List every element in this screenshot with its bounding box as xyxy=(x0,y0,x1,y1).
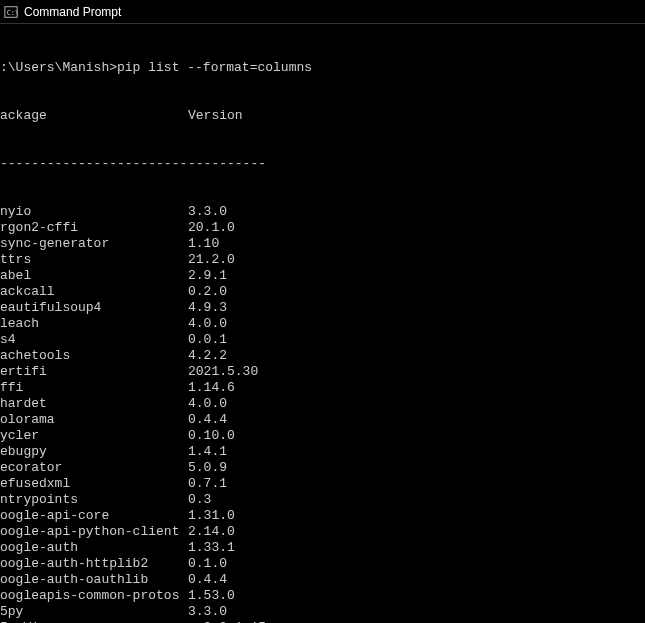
table-header-row: ackageVersion xyxy=(0,108,645,124)
package-version: 1.4.1 xyxy=(188,444,227,460)
package-version: 20.1.0 xyxy=(188,220,235,236)
package-name: ntrypoints xyxy=(0,492,188,508)
window-title: Command Prompt xyxy=(24,5,121,19)
package-name: efusedxml xyxy=(0,476,188,492)
package-name: ackcall xyxy=(0,284,188,300)
package-name: ycler xyxy=(0,428,188,444)
package-list: nyio3.3.0rgon2-cffi20.1.0sync-generator1… xyxy=(0,204,645,623)
package-name: ttrs xyxy=(0,252,188,268)
table-row: ecorator5.0.9 xyxy=(0,460,645,476)
package-name: oogle-auth-httplib2 xyxy=(0,556,188,572)
package-name: ecorator xyxy=(0,460,188,476)
table-row: eautifulsoup44.9.3 xyxy=(0,300,645,316)
package-name: abel xyxy=(0,268,188,284)
package-version: 2021.5.30 xyxy=(188,364,258,380)
command-prompt-line: :\Users\Manish>pip list --format=columns xyxy=(0,60,645,76)
package-name: oogle-api-core xyxy=(0,508,188,524)
table-row: rgon2-cffi20.1.0 xyxy=(0,220,645,236)
table-row: oogleapis-common-protos1.53.0 xyxy=(0,588,645,604)
svg-text:C:\: C:\ xyxy=(7,8,18,16)
package-version: 21.2.0 xyxy=(188,252,235,268)
package-version: 0.0.1 xyxy=(188,332,227,348)
package-version: 0.10.0 xyxy=(188,428,235,444)
package-version: 0.1.0 xyxy=(188,556,227,572)
package-name: olorama xyxy=(0,412,188,428)
header-version: Version xyxy=(188,108,243,124)
package-version: 5.0.9 xyxy=(188,460,227,476)
package-name: ffi xyxy=(0,380,188,396)
package-version: 2.14.0 xyxy=(188,524,235,540)
terminal-output[interactable]: :\Users\Manish>pip list --format=columns… xyxy=(0,24,645,623)
package-version: 0.4.4 xyxy=(188,572,227,588)
package-version: 0.7.1 xyxy=(188,476,227,492)
package-version: 0.2.0 xyxy=(188,284,227,300)
table-row: oogle-api-core1.31.0 xyxy=(0,508,645,524)
package-name: achetools xyxy=(0,348,188,364)
table-row: leach4.0.0 xyxy=(0,316,645,332)
package-name: oogle-api-python-client xyxy=(0,524,188,540)
table-row: ntrypoints0.3 xyxy=(0,492,645,508)
package-version: 3.3.0 xyxy=(188,204,227,220)
table-row: olorama0.4.4 xyxy=(0,412,645,428)
table-row: hardet4.0.0 xyxy=(0,396,645,412)
package-name: s4 xyxy=(0,332,188,348)
package-name: oogle-auth-oauthlib xyxy=(0,572,188,588)
package-version: 4.0.0 xyxy=(188,316,227,332)
table-row: ertifi2021.5.30 xyxy=(0,364,645,380)
table-row: efusedxml0.7.1 xyxy=(0,476,645,492)
table-row: ffi1.14.6 xyxy=(0,380,645,396)
separator-version: ---------- xyxy=(188,156,266,172)
table-row: oogle-auth1.33.1 xyxy=(0,540,645,556)
package-version: 3.3.0 xyxy=(188,604,227,620)
package-version: 2.9.1 xyxy=(188,268,227,284)
table-row: oogle-api-python-client2.14.0 xyxy=(0,524,645,540)
package-version: 0.3 xyxy=(188,492,211,508)
package-version: 1.14.6 xyxy=(188,380,235,396)
table-row: oogle-auth-oauthlib0.4.4 xyxy=(0,572,645,588)
package-version: 0.4.4 xyxy=(188,412,227,428)
cmd-icon: C:\ xyxy=(4,5,18,19)
package-version: 4.9.3 xyxy=(188,300,227,316)
table-row: ackcall0.2.0 xyxy=(0,284,645,300)
header-package: ackage xyxy=(0,108,188,124)
package-name: sync-generator xyxy=(0,236,188,252)
table-row: ycler0.10.0 xyxy=(0,428,645,444)
package-version: 1.10 xyxy=(188,236,219,252)
package-version: 1.33.1 xyxy=(188,540,235,556)
package-name: eautifulsoup4 xyxy=(0,300,188,316)
table-row: 5py3.3.0 xyxy=(0,604,645,620)
package-name: oogleapis-common-protos xyxy=(0,588,188,604)
table-row: ttrs21.2.0 xyxy=(0,252,645,268)
package-name: oogle-auth xyxy=(0,540,188,556)
table-row: abel2.9.1 xyxy=(0,268,645,284)
package-name: 5py xyxy=(0,604,188,620)
table-row: s40.0.1 xyxy=(0,332,645,348)
package-version: 4.2.2 xyxy=(188,348,227,364)
table-row: nyio3.3.0 xyxy=(0,204,645,220)
table-row: achetools4.2.2 xyxy=(0,348,645,364)
package-version: 1.31.0 xyxy=(188,508,235,524)
package-name: leach xyxy=(0,316,188,332)
table-row: sync-generator1.10 xyxy=(0,236,645,252)
package-name: rgon2-cffi xyxy=(0,220,188,236)
table-row: oogle-auth-httplib20.1.0 xyxy=(0,556,645,572)
package-version: 4.0.0 xyxy=(188,396,227,412)
window-titlebar[interactable]: C:\ Command Prompt xyxy=(0,0,645,24)
package-name: ertifi xyxy=(0,364,188,380)
package-name: hardet xyxy=(0,396,188,412)
package-name: ebugpy xyxy=(0,444,188,460)
table-row: ebugpy1.4.1 xyxy=(0,444,645,460)
table-separator-row: ---------------------------------- xyxy=(0,156,645,172)
separator-package: ------------------------ xyxy=(0,156,188,172)
package-name: nyio xyxy=(0,204,188,220)
package-version: 1.53.0 xyxy=(188,588,235,604)
